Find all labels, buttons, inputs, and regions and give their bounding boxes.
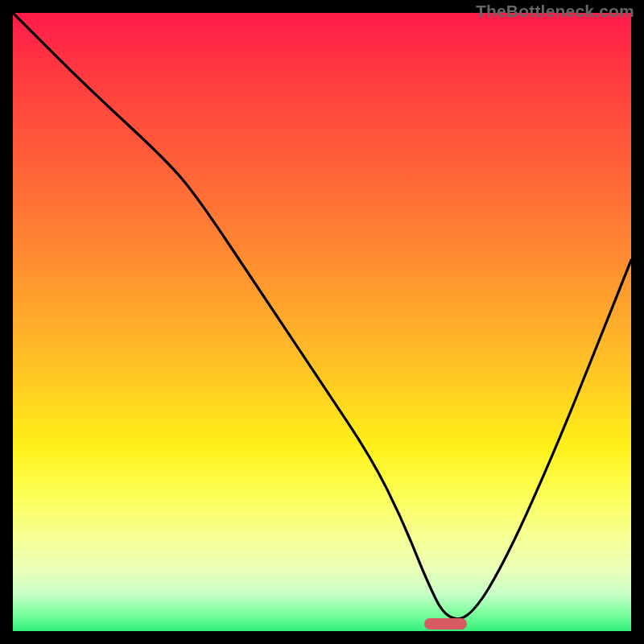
chart-frame: TheBottleneck.com xyxy=(0,0,644,644)
optimum-marker xyxy=(424,618,468,630)
watermark-text: TheBottleneck.com xyxy=(476,2,634,21)
bottleneck-curve xyxy=(13,13,631,631)
curve-path xyxy=(13,13,631,619)
plot-area xyxy=(13,13,631,631)
